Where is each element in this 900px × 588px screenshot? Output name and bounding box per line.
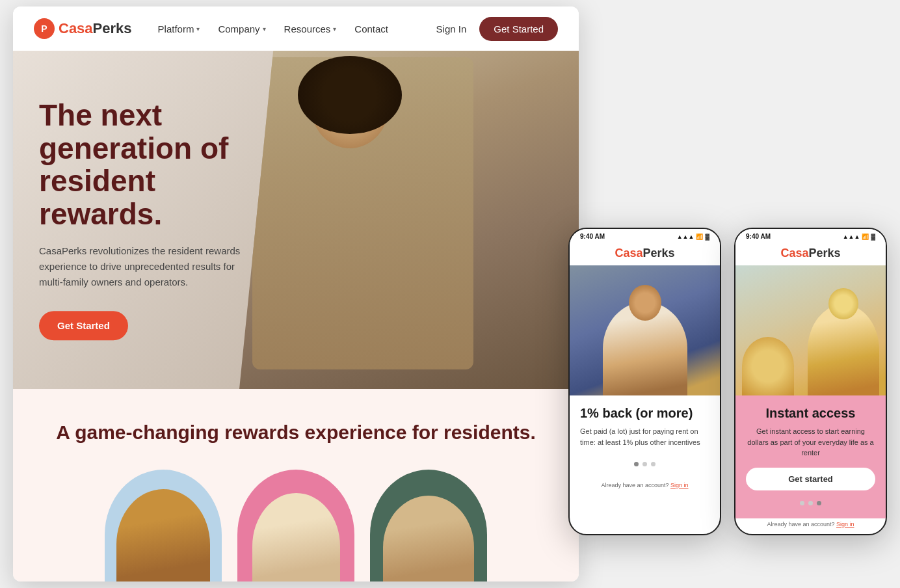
nav-platform[interactable]: Platform ▾: [158, 23, 200, 34]
nav-company[interactable]: Company ▾: [218, 23, 265, 34]
get-started-hero-button[interactable]: Get Started: [39, 312, 128, 341]
nav-contact[interactable]: Contact: [354, 23, 388, 34]
phone-1-sign-in-link[interactable]: Sign in: [670, 482, 689, 488]
phone-1-time: 9:40 AM: [580, 233, 605, 240]
phone-1-status-icons: ▲▲▲ 📶 ▓: [677, 234, 709, 240]
dot-2: [642, 462, 647, 466]
phone-1-logo: CasaPerks: [615, 247, 674, 260]
resident-card-2: [237, 470, 354, 581]
signal-icon: ▲▲▲: [843, 234, 860, 240]
phone-1-cashback-desc: Get paid (a lot) just for paying rent on…: [580, 426, 709, 448]
phone-2-instant-title: Instant access: [746, 406, 875, 421]
phone-2-instant-desc: Get instant access to start earning doll…: [746, 426, 875, 459]
nav-links: Platform ▾ Company ▾ Resources ▾ Contact: [158, 23, 436, 34]
wifi-icon: 📶: [696, 234, 703, 240]
chevron-down-icon: ▾: [196, 25, 200, 33]
phone-1-cashback-title: 1% back (or more): [580, 406, 709, 421]
dot-1: [634, 462, 639, 466]
dot-3: [817, 501, 821, 505]
phone-mockup-2: 9:40 AM ▲▲▲ 📶 ▓ CasaPerks Instant access: [734, 228, 887, 535]
person-shape: [383, 496, 474, 581]
phone-1-content: 1% back (or more) Get paid (a lot) just …: [570, 395, 720, 479]
dot-2: [808, 501, 813, 505]
person-shape: [116, 489, 210, 581]
person-silhouette-1: [105, 470, 222, 581]
phone-2-logo: CasaPerks: [780, 247, 840, 260]
logo[interactable]: P CasaPerks: [34, 18, 132, 39]
dot-1: [800, 501, 804, 505]
phone-2-status-icons: ▲▲▲ 📶 ▓: [843, 234, 875, 240]
phone-2-footer: Already have an account? Sign in: [735, 518, 886, 534]
hero-title: The next generation of resident rewards.: [39, 99, 286, 230]
person-silhouette-2: [237, 470, 354, 581]
chevron-down-icon: ▾: [263, 25, 266, 33]
chevron-down-icon: ▾: [333, 25, 336, 33]
nav-actions: Sign In Get Started: [436, 17, 558, 41]
hero-image: [239, 51, 579, 389]
wifi-icon: 📶: [862, 234, 869, 240]
hero-content: The next generation of resident rewards.…: [39, 99, 286, 340]
navbar: P CasaPerks Platform ▾ Company ▾ Resourc…: [13, 7, 579, 51]
logo-text: CasaPerks: [59, 20, 132, 37]
resident-cards: [39, 470, 553, 581]
phone-2-logo-bar: CasaPerks: [735, 243, 886, 265]
resident-card-1: [105, 470, 222, 581]
person-silhouette-3: [370, 470, 487, 581]
nav-resources[interactable]: Resources ▾: [284, 23, 337, 34]
phone-1-dots: [580, 457, 709, 469]
phone-1-hero-image: [570, 265, 720, 395]
logo-icon: P: [34, 18, 55, 39]
phone-1-footer: Already have an account? Sign in: [570, 479, 720, 495]
phones-container: 9:40 AM ▲▲▲ 📶 ▓ CasaPerks 1% back (or mo…: [568, 228, 887, 535]
website-mockup: P CasaPerks Platform ▾ Company ▾ Resourc…: [13, 7, 579, 581]
phone-2-time: 9:40 AM: [746, 233, 771, 240]
phone-2-instant-section: Instant access Get instant access to sta…: [735, 395, 886, 518]
phone-2-get-started-button[interactable]: Get started: [746, 468, 875, 490]
hero-section: The next generation of resident rewards.…: [13, 51, 579, 389]
battery-icon: ▓: [705, 234, 709, 240]
person-shape: [252, 493, 340, 581]
get-started-nav-button[interactable]: Get Started: [479, 17, 558, 41]
rewards-section: A game-changing rewards experience for r…: [13, 389, 579, 581]
hero-description: CasaPerks revolutionizes the resident re…: [39, 244, 247, 291]
phone-2-dots: [746, 496, 875, 508]
signal-icon: ▲▲▲: [677, 234, 695, 240]
phone-2-hero-image: [735, 265, 886, 395]
battery-icon: ▓: [871, 234, 875, 240]
phone-1-status-bar: 9:40 AM ▲▲▲ 📶 ▓: [570, 229, 720, 243]
phone-2-status-bar: 9:40 AM ▲▲▲ 📶 ▓: [735, 229, 886, 243]
phone-2-sign-in-link[interactable]: Sign in: [836, 521, 854, 528]
sign-in-link[interactable]: Sign In: [436, 23, 467, 34]
rewards-title: A game-changing rewards experience for r…: [39, 421, 553, 444]
dot-3: [651, 462, 655, 466]
phone-1-logo-bar: CasaPerks: [570, 243, 720, 265]
resident-card-3: [370, 470, 487, 581]
phone-mockup-1: 9:40 AM ▲▲▲ 📶 ▓ CasaPerks 1% back (or mo…: [568, 228, 721, 535]
